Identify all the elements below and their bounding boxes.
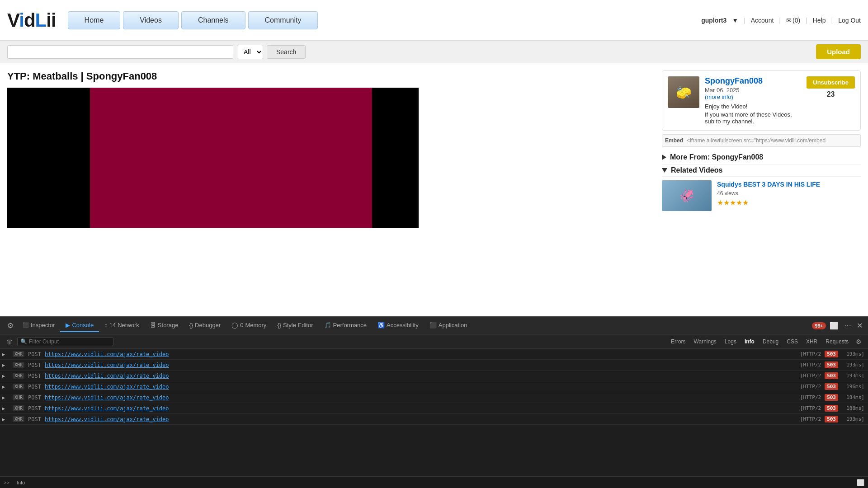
log-row[interactable]: ▶ XHR POST https://www.vidlii.com/ajax/r… xyxy=(0,392,868,403)
log-status-area: [HTTP/2 503 184ms] xyxy=(800,394,864,401)
tab-inspector[interactable]: ⬛ Inspector xyxy=(17,319,60,332)
nav-home[interactable]: Home xyxy=(68,11,121,29)
help-link[interactable]: Help xyxy=(813,17,826,24)
status-badge: 503 xyxy=(825,394,838,401)
log-url[interactable]: https://www.vidlii.com/ajax/rate_video xyxy=(45,405,797,412)
log-protocol: [HTTP/2 xyxy=(800,351,821,357)
related-title-link[interactable]: Squidys BEST 3 DAYS IN HIS LIFE xyxy=(717,180,820,188)
log-type-badge: XHR xyxy=(13,405,24,411)
clear-console-btn[interactable]: 🗑 xyxy=(4,337,15,346)
tab-memory[interactable]: ◯ 0 Memory xyxy=(226,319,272,332)
sub-tab-warnings[interactable]: Warnings xyxy=(690,337,720,346)
sub-tab-logs[interactable]: Logs xyxy=(721,337,740,346)
expand-icon[interactable]: ▶ xyxy=(2,394,9,401)
log-row[interactable]: ▶ XHR POST https://www.vidlii.com/ajax/r… xyxy=(0,381,868,392)
style-editor-icon: {} xyxy=(277,322,281,328)
tab-console[interactable]: ▶ Console xyxy=(60,319,99,332)
log-url[interactable]: https://www.vidlii.com/ajax/rate_video xyxy=(45,373,797,379)
sub-tab-requests[interactable]: Requests xyxy=(822,337,852,346)
devtools: ⚙ ⬛ Inspector ▶ Console ↕ 14 Network 🗄 S… xyxy=(0,316,868,488)
log-url[interactable]: https://www.vidlii.com/ajax/rate_video xyxy=(45,351,797,357)
sub-tab-settings-btn[interactable]: ⚙ xyxy=(853,337,864,346)
devtools-close-btn[interactable]: ✕ xyxy=(855,319,864,332)
messages-count: (0) xyxy=(793,17,800,24)
expand-icon[interactable]: ▶ xyxy=(2,373,9,379)
expand-icon[interactable]: ▶ xyxy=(2,405,9,412)
log-protocol: [HTTP/2 xyxy=(800,405,821,411)
avatar[interactable]: 🧽 xyxy=(668,76,699,108)
log-protocol: [HTTP/2 xyxy=(800,394,821,400)
log-row[interactable]: ▶ XHR POST https://www.vidlii.com/ajax/r… xyxy=(0,360,868,371)
search-filter-select[interactable]: All xyxy=(237,45,263,59)
logout-link[interactable]: Log Out xyxy=(838,17,861,24)
related-video-item[interactable]: 🦑 Squidys BEST 3 DAYS IN HIS LIFE 46 vie… xyxy=(662,176,861,215)
devtools-tools-icon[interactable]: ⚙ xyxy=(4,319,17,333)
dropdown-arrow-icon[interactable]: ▼ xyxy=(732,17,738,24)
console-filter-input[interactable] xyxy=(29,338,110,345)
log-url[interactable]: https://www.vidlii.com/ajax/rate_video xyxy=(45,394,797,401)
search-input[interactable] xyxy=(7,45,233,59)
log-area: ▶ XHR POST https://www.vidlii.com/ajax/r… xyxy=(0,349,868,476)
related-info: Squidys BEST 3 DAYS IN HIS LIFE 46 views… xyxy=(717,180,820,211)
memory-icon: ◯ xyxy=(231,322,238,328)
expand-icon[interactable]: ▶ xyxy=(2,351,9,357)
search-button[interactable]: Search xyxy=(267,45,306,59)
filter-icon: 🔍 xyxy=(20,338,27,345)
username-link[interactable]: guplort3 xyxy=(701,17,726,24)
expand-icon[interactable]: ▶ xyxy=(2,362,9,368)
devtools-more-btn[interactable]: ⋯ xyxy=(842,319,853,332)
tab-network[interactable]: ↕ 14 Network xyxy=(99,319,145,332)
log-type-badge: XHR xyxy=(13,351,24,357)
expand-icon[interactable]: ▶ xyxy=(2,416,9,422)
log-type-badge: XHR xyxy=(13,394,24,400)
nav-videos[interactable]: Videos xyxy=(123,11,179,29)
tab-accessibility[interactable]: ♿ Accessibility xyxy=(372,319,424,332)
tab-storage[interactable]: 🗄 Storage xyxy=(145,319,184,332)
nav-community[interactable]: Community xyxy=(248,11,318,29)
log-row[interactable]: ▶ XHR POST https://www.vidlii.com/ajax/r… xyxy=(0,371,868,381)
tab-style-editor[interactable]: {} Style Editor xyxy=(272,319,318,332)
devtools-bottom-widget-icon[interactable]: ⬜ xyxy=(857,479,864,486)
log-url[interactable]: https://www.vidlii.com/ajax/rate_video xyxy=(45,362,797,368)
inspector-icon: ⬛ xyxy=(23,322,29,328)
tab-debugger[interactable]: {} Debugger xyxy=(184,319,226,332)
log-url[interactable]: https://www.vidlii.com/ajax/rate_video xyxy=(45,384,797,390)
upload-button[interactable]: Upload xyxy=(816,44,861,59)
log-time: 193ms] xyxy=(842,416,864,422)
log-url[interactable]: https://www.vidlii.com/ajax/rate_video xyxy=(45,416,797,422)
tab-performance[interactable]: 🎵 Performance xyxy=(319,319,372,332)
related-views: 46 views xyxy=(717,190,820,197)
debugger-icon: {} xyxy=(189,322,193,328)
sub-tab-info[interactable]: Info xyxy=(741,337,758,346)
channel-name-link[interactable]: SpongyFan008 xyxy=(705,76,763,85)
log-time: 193ms] xyxy=(842,373,864,379)
logo[interactable]: VidLii xyxy=(7,9,56,31)
log-row[interactable]: ▶ XHR POST https://www.vidlii.com/ajax/r… xyxy=(0,349,868,360)
video-title: YTP: Meatballs | SpongyFan008 xyxy=(7,70,653,82)
log-row[interactable]: ▶ XHR POST https://www.vidlii.com/ajax/r… xyxy=(0,414,868,425)
sub-tab-css[interactable]: CSS xyxy=(783,337,802,346)
tab-application[interactable]: ⬛ Application xyxy=(424,319,473,332)
sub-tab-xhr[interactable]: XHR xyxy=(802,337,821,346)
expand-all-icon[interactable]: >> xyxy=(4,480,9,485)
more-info-link[interactable]: (more info) xyxy=(705,94,733,100)
video-player[interactable] xyxy=(7,88,419,228)
nav-channels[interactable]: Channels xyxy=(181,11,245,29)
bottom-statusbar: >> Info ⬜ xyxy=(0,476,868,488)
devtools-responsive-btn[interactable]: ⬜ xyxy=(828,319,840,332)
subscribe-area: Unsubscribe 23 xyxy=(807,76,855,99)
log-row[interactable]: ▶ XHR POST https://www.vidlii.com/ajax/r… xyxy=(0,403,868,414)
sub-tab-errors[interactable]: Errors xyxy=(667,337,689,346)
account-link[interactable]: Account xyxy=(751,17,774,24)
log-method: POST xyxy=(28,394,41,401)
messages-icon-area[interactable]: ✉ (0) xyxy=(786,17,800,24)
sub-tab-debug[interactable]: Debug xyxy=(759,337,782,346)
expand-icon[interactable]: ▶ xyxy=(2,384,9,390)
devtools-subtoolbar: 🗑 🔍 Errors Warnings Logs Info Debug CSS … xyxy=(0,334,868,349)
log-method: POST xyxy=(28,405,41,412)
more-from-section[interactable]: More From: SpongyFan008 xyxy=(662,150,861,164)
unsubscribe-button[interactable]: Unsubscribe xyxy=(807,76,855,89)
log-status-area: [HTTP/2 503 193ms] xyxy=(800,372,864,379)
log-time: 193ms] xyxy=(842,362,864,368)
channel-info: 🧽 SpongyFan008 Mar 06, 2025 (more info) … xyxy=(662,70,861,131)
